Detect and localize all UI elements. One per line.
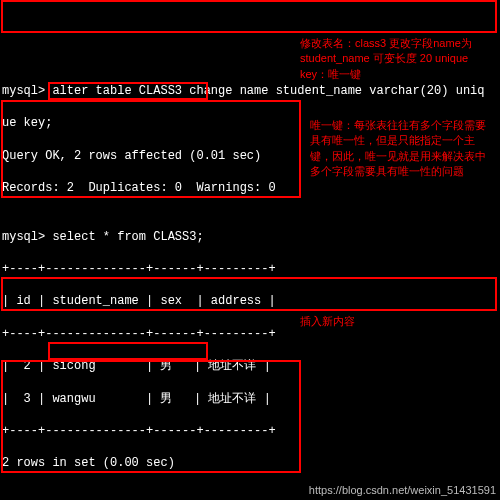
table-header-1: | id | student_name | sex | address | (2, 293, 498, 309)
table-border: +----+--------------+------+---------+ (2, 423, 498, 439)
table-row: | 2 | sicong | 男 | 地址不详 | (2, 358, 498, 374)
cmd-alter-table: mysql> alter table CLASS3 change name st… (2, 83, 498, 99)
watermark: https://blog.csdn.net/weixin_51431591 (309, 483, 496, 498)
highlight-box-alter (1, 0, 497, 33)
annotation-insert: 插入新内容 (300, 314, 440, 329)
output-rowcount-1: 2 rows in set (0.00 sec) (2, 455, 498, 471)
output-records: Records: 2 Duplicates: 0 Warnings: 0 (2, 180, 498, 196)
table-row: | 3 | wangwu | 男 | 地址不详 | (2, 391, 498, 407)
annotation-alter: 修改表名：class3 更改字段name为student_name 可变长度 2… (300, 36, 490, 82)
cmd-select-1: mysql> select * from CLASS3; (2, 229, 498, 245)
annotation-unique-key: 唯一键：每张表往往有多个字段需要具有唯一性，但是只能指定一个主键，因此，唯一见就… (310, 118, 495, 180)
table-border: +----+--------------+------+---------+ (2, 261, 498, 277)
